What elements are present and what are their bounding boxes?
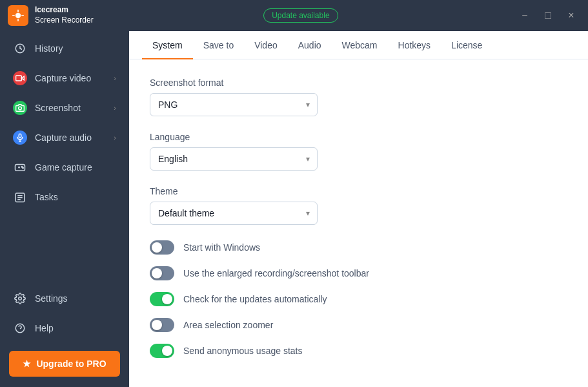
svg-rect-3 bbox=[16, 76, 22, 81]
sidebar-label-game-capture: Game capture bbox=[35, 162, 92, 173]
screenshot-format-wrapper: PNG JPG BMP GIF ▾ bbox=[150, 93, 318, 116]
app-title-text: Icecream Screen Recorder bbox=[35, 5, 94, 25]
tasks-icon bbox=[13, 190, 27, 204]
theme-section: Theme Default theme Dark theme Light the… bbox=[150, 186, 567, 225]
theme-select[interactable]: Default theme Dark theme Light theme bbox=[150, 202, 318, 225]
toggle-check-updates-switch[interactable] bbox=[150, 292, 174, 306]
tab-audio[interactable]: Audio bbox=[288, 31, 332, 59]
gamepad-icon bbox=[13, 160, 27, 174]
tab-hotkeys[interactable]: Hotkeys bbox=[388, 31, 441, 59]
maximize-button[interactable]: □ bbox=[539, 6, 557, 25]
toggle-start-with-windows: Start with Windows bbox=[150, 240, 567, 255]
minimize-button[interactable]: − bbox=[516, 6, 534, 25]
tab-webcam[interactable]: Webcam bbox=[332, 31, 388, 59]
camera-icon bbox=[13, 101, 27, 115]
sidebar-item-screenshot[interactable]: Screenshot › bbox=[0, 93, 129, 123]
sidebar-label-help: Help bbox=[35, 323, 54, 333]
help-icon bbox=[13, 321, 27, 335]
sidebar-label-history: History bbox=[35, 43, 63, 54]
toggle-knob-4 bbox=[152, 320, 162, 330]
content-area: System Save to Video Audio Webcam Hotkey… bbox=[129, 31, 588, 387]
tab-video[interactable]: Video bbox=[244, 31, 288, 59]
close-button[interactable]: × bbox=[562, 6, 580, 25]
tab-save-to[interactable]: Save to bbox=[193, 31, 244, 59]
sidebar-label-tasks: Tasks bbox=[35, 192, 58, 202]
sidebar-item-settings[interactable]: Settings bbox=[0, 284, 129, 313]
language-wrapper: English Spanish French German ▾ bbox=[150, 147, 318, 171]
star-icon: ★ bbox=[23, 359, 31, 369]
toggle-check-updates: Check for the updates automatically bbox=[150, 292, 567, 306]
language-section: Language English Spanish French German ▾ bbox=[150, 132, 567, 171]
chevron-icon: › bbox=[114, 74, 116, 82]
sidebar-item-capture-video[interactable]: Capture video › bbox=[0, 63, 129, 93]
toggle-start-windows-label: Start with Windows bbox=[183, 242, 260, 253]
app-icon bbox=[8, 5, 28, 26]
upgrade-to-pro-button[interactable]: ★ Upgrade to PRO bbox=[9, 351, 120, 377]
sidebar-label-screenshot: Screenshot bbox=[35, 103, 81, 113]
toggle-knob-5 bbox=[162, 346, 172, 356]
mic-icon bbox=[13, 131, 27, 145]
screenshot-format-select[interactable]: PNG JPG BMP GIF bbox=[150, 93, 318, 116]
video-icon bbox=[13, 71, 27, 85]
title-bar: Icecream Screen Recorder Update availabl… bbox=[0, 0, 588, 31]
language-label: Language bbox=[150, 132, 567, 142]
app-name-line1: Icecream bbox=[35, 5, 94, 16]
toggle-knob-2 bbox=[152, 268, 162, 278]
gear-icon bbox=[13, 291, 27, 306]
window-controls: − □ × bbox=[516, 6, 580, 25]
toggle-knob-3 bbox=[162, 294, 172, 304]
svg-point-4 bbox=[19, 107, 22, 110]
toggle-area-zoomer: Area selection zoomer bbox=[150, 318, 567, 332]
toggle-knob bbox=[152, 242, 162, 253]
theme-wrapper: Default theme Dark theme Light theme ▾ bbox=[150, 202, 318, 225]
app-name-line2: Screen Recorder bbox=[35, 16, 94, 26]
upgrade-btn-label: Upgrade to PRO bbox=[36, 359, 106, 369]
sidebar-label-capture-audio: Capture audio bbox=[35, 132, 92, 143]
theme-label: Theme bbox=[150, 186, 567, 196]
toggle-enlarged-toolbar: Use the enlarged recording/screenshot to… bbox=[150, 266, 567, 280]
language-select[interactable]: English Spanish French German bbox=[150, 147, 318, 171]
sidebar: History Capture video › Screenshot › Cap… bbox=[0, 31, 129, 387]
sidebar-item-tasks[interactable]: Tasks bbox=[0, 182, 129, 212]
toggle-usage-stats-label: Send anonymous usage stats bbox=[183, 346, 302, 356]
svg-point-12 bbox=[23, 167, 24, 169]
main-layout: History Capture video › Screenshot › Cap… bbox=[0, 31, 588, 387]
svg-rect-5 bbox=[19, 134, 21, 138]
settings-panel: Screenshot format PNG JPG BMP GIF ▾ Lang… bbox=[129, 59, 588, 388]
tab-license[interactable]: License bbox=[441, 31, 492, 59]
screenshot-format-label: Screenshot format bbox=[150, 78, 567, 88]
sidebar-label-settings: Settings bbox=[35, 293, 68, 304]
tabs-bar: System Save to Video Audio Webcam Hotkey… bbox=[129, 31, 588, 59]
tab-system[interactable]: System bbox=[142, 31, 193, 59]
toggle-start-windows-switch[interactable] bbox=[150, 240, 174, 255]
sidebar-bottom: Settings Help ★ Upgrade to PRO bbox=[0, 284, 129, 387]
clock-icon bbox=[13, 41, 27, 56]
sidebar-item-history[interactable]: History bbox=[0, 34, 129, 63]
sidebar-item-game-capture[interactable]: Game capture bbox=[0, 152, 129, 182]
toggle-area-zoomer-label: Area selection zoomer bbox=[183, 320, 273, 330]
sidebar-label-capture-video: Capture video bbox=[35, 73, 91, 83]
svg-point-0 bbox=[15, 13, 21, 18]
chevron-icon-2: › bbox=[114, 104, 116, 112]
toggle-enlarged-toolbar-switch[interactable] bbox=[150, 266, 174, 280]
toggle-area-zoomer-switch[interactable] bbox=[150, 318, 174, 332]
sidebar-item-help[interactable]: Help bbox=[0, 313, 129, 343]
toggle-check-updates-label: Check for the updates automatically bbox=[183, 294, 327, 304]
screenshot-format-section: Screenshot format PNG JPG BMP GIF ▾ bbox=[150, 78, 567, 116]
toggle-usage-stats-switch[interactable] bbox=[150, 344, 174, 358]
svg-point-17 bbox=[19, 297, 22, 300]
sidebar-item-capture-audio[interactable]: Capture audio › bbox=[0, 123, 129, 152]
update-available-button[interactable]: Update available bbox=[263, 8, 338, 23]
toggle-usage-stats: Send anonymous usage stats bbox=[150, 344, 567, 358]
chevron-icon-3: › bbox=[114, 134, 116, 141]
toggle-enlarged-toolbar-label: Use the enlarged recording/screenshot to… bbox=[183, 268, 369, 278]
